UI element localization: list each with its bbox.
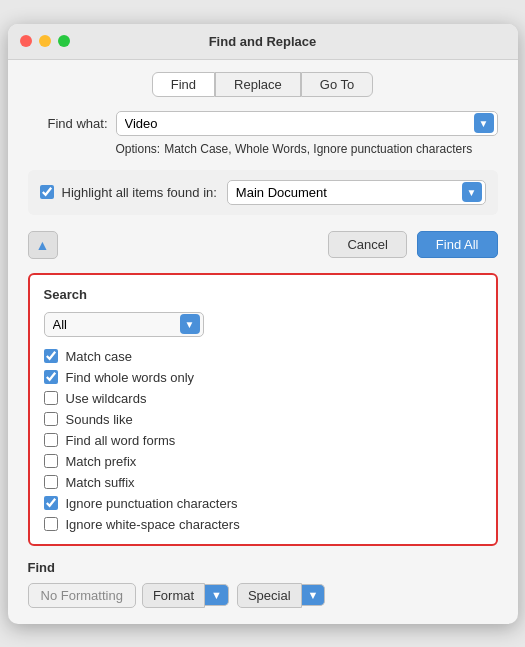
tab-replace[interactable]: Replace: [215, 72, 301, 97]
cancel-button[interactable]: Cancel: [328, 231, 406, 258]
find-input[interactable]: [116, 111, 498, 136]
find-input-wrapper: ▼: [116, 111, 498, 136]
ignore-whitespace-label: Ignore white-space characters: [66, 517, 240, 532]
checkbox-sounds-like: Sounds like: [44, 412, 482, 427]
highlight-select[interactable]: Main Document Current Selection: [227, 180, 486, 205]
find-footer-buttons: No Formatting Format ▼ Special ▼: [28, 583, 498, 608]
ignore-punctuation-label: Ignore punctuation characters: [66, 496, 238, 511]
format-dropdown-arrow[interactable]: ▼: [205, 584, 229, 606]
sounds-like-label: Sounds like: [66, 412, 133, 427]
checkbox-match-case: Match case: [44, 349, 482, 364]
search-section: Search All Up Down ▼ Match case Find who…: [28, 273, 498, 546]
tab-goto[interactable]: Go To: [301, 72, 373, 97]
checkbox-use-wildcards: Use wildcards: [44, 391, 482, 406]
find-footer: Find No Formatting Format ▼ Special ▼: [28, 560, 498, 608]
find-what-row: Find what: ▼: [28, 111, 498, 136]
window-title: Find and Replace: [209, 34, 317, 49]
minimize-button[interactable]: [39, 35, 51, 47]
search-select-wrapper: All Up Down ▼: [44, 312, 204, 337]
collapse-button[interactable]: ▲: [28, 231, 58, 259]
use-wildcards-label: Use wildcards: [66, 391, 147, 406]
checkbox-match-prefix: Match prefix: [44, 454, 482, 469]
special-dropdown-group: Special ▼: [237, 583, 326, 608]
find-dropdown-arrow[interactable]: ▼: [474, 113, 494, 133]
tab-find[interactable]: Find: [152, 72, 215, 97]
main-content: Find Replace Go To Find what: ▼ Options:…: [8, 60, 518, 624]
special-button[interactable]: Special: [237, 583, 302, 608]
checkbox-ignore-punctuation: Ignore punctuation characters: [44, 496, 482, 511]
highlight-row: Highlight all items found in: Main Docum…: [28, 170, 498, 215]
find-all-forms-label: Find all word forms: [66, 433, 176, 448]
checkbox-match-suffix: Match suffix: [44, 475, 482, 490]
action-row: ▲ Cancel Find All: [28, 231, 498, 259]
search-section-title: Search: [44, 287, 482, 302]
find-what-label: Find what:: [28, 116, 108, 131]
find-whole-words-label: Find whole words only: [66, 370, 195, 385]
no-formatting-button[interactable]: No Formatting: [28, 583, 136, 608]
sounds-like-checkbox[interactable]: [44, 412, 58, 426]
highlight-select-wrapper: Main Document Current Selection ▼: [227, 180, 486, 205]
format-dropdown-group: Format ▼: [142, 583, 229, 608]
search-select[interactable]: All Up Down: [44, 312, 204, 337]
match-case-checkbox[interactable]: [44, 349, 58, 363]
match-prefix-checkbox[interactable]: [44, 454, 58, 468]
highlight-label: Highlight all items found in:: [62, 185, 217, 200]
format-button[interactable]: Format: [142, 583, 205, 608]
checkbox-find-all-forms: Find all word forms: [44, 433, 482, 448]
match-suffix-checkbox[interactable]: [44, 475, 58, 489]
ignore-whitespace-checkbox[interactable]: [44, 517, 58, 531]
checkbox-ignore-whitespace: Ignore white-space characters: [44, 517, 482, 532]
action-buttons: Cancel Find All: [328, 231, 497, 258]
checkbox-list: Match case Find whole words only Use wil…: [44, 349, 482, 532]
maximize-button[interactable]: [58, 35, 70, 47]
close-button[interactable]: [20, 35, 32, 47]
find-whole-words-checkbox[interactable]: [44, 370, 58, 384]
find-footer-title: Find: [28, 560, 498, 575]
tab-bar: Find Replace Go To: [28, 72, 498, 97]
checkbox-find-whole-words: Find whole words only: [44, 370, 482, 385]
titlebar: Find and Replace: [8, 24, 518, 60]
use-wildcards-checkbox[interactable]: [44, 391, 58, 405]
match-prefix-label: Match prefix: [66, 454, 137, 469]
match-case-label: Match case: [66, 349, 132, 364]
window-controls: [20, 35, 70, 47]
special-dropdown-arrow[interactable]: ▼: [302, 584, 326, 606]
options-row: Options:Match Case, Whole Words, Ignore …: [116, 142, 498, 156]
highlight-checkbox[interactable]: [40, 185, 54, 199]
find-all-button[interactable]: Find All: [417, 231, 498, 258]
find-replace-window: Find and Replace Find Replace Go To Find…: [8, 24, 518, 624]
options-label: Options:: [116, 142, 161, 156]
ignore-punctuation-checkbox[interactable]: [44, 496, 58, 510]
match-suffix-label: Match suffix: [66, 475, 135, 490]
options-text: Match Case, Whole Words, Ignore punctuat…: [164, 142, 472, 156]
find-all-forms-checkbox[interactable]: [44, 433, 58, 447]
